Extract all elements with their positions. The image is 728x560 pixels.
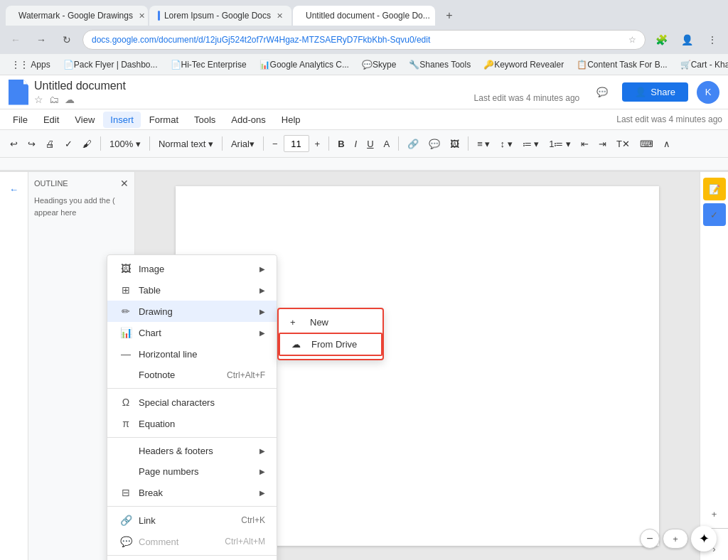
paintformat-button[interactable]: 🖌 bbox=[78, 136, 96, 152]
menu-button[interactable]: ⋮ bbox=[702, 30, 722, 50]
add-sidebar-button[interactable]: + bbox=[703, 502, 726, 525]
back-button[interactable]: ← bbox=[6, 30, 26, 50]
input-tools-button[interactable]: ⌨ bbox=[636, 136, 658, 152]
footnote-shortcut: Ctrl+Alt+F bbox=[227, 370, 265, 380]
redo-button[interactable]: ↪ bbox=[23, 136, 40, 152]
table-menu-icon: ⊞ bbox=[119, 284, 133, 296]
bookmark-content[interactable]: 📋 Content Task For B... bbox=[571, 58, 673, 71]
bookmark-apps[interactable]: ⋮⋮ Apps bbox=[6, 58, 56, 71]
menu-format[interactable]: Format bbox=[142, 112, 186, 128]
image-menu-icon: 🖼 bbox=[119, 263, 133, 274]
outline-text: Headings you add the ( appear here bbox=[34, 195, 129, 218]
bold-button[interactable]: B bbox=[333, 136, 348, 152]
menu-chart-item[interactable]: 📊 Chart bbox=[107, 322, 277, 343]
cloud-save-icon[interactable]: ☁ bbox=[65, 94, 75, 105]
menu-help[interactable]: Help bbox=[274, 112, 308, 128]
zoom-dropdown[interactable]: 100% ▾ bbox=[105, 136, 145, 152]
clear-format-button[interactable]: T✕ bbox=[612, 136, 634, 152]
explore-button[interactable]: ✦ bbox=[691, 526, 717, 551]
drawing-new-item[interactable]: + New bbox=[279, 312, 382, 333]
indent-increase[interactable]: ⇥ bbox=[594, 136, 611, 152]
forward-button[interactable]: → bbox=[31, 30, 51, 50]
tasks-button[interactable]: ✓ bbox=[703, 203, 726, 226]
comments-button[interactable]: 💬 bbox=[591, 81, 614, 104]
bookmark-star-icon[interactable]: ☆ bbox=[628, 35, 636, 45]
menu-equation-item[interactable]: π Equation bbox=[107, 413, 277, 434]
share-button[interactable]: 👤 Share bbox=[622, 82, 688, 102]
zoom-minus-button[interactable]: − bbox=[640, 529, 660, 549]
menu-tools[interactable]: Tools bbox=[187, 112, 223, 128]
font-size-increase[interactable]: + bbox=[311, 136, 325, 152]
outline-toggle[interactable]: ← bbox=[3, 178, 26, 200]
link-menu-label: Link bbox=[139, 515, 156, 526]
menu-image-item[interactable]: 🖼 Image bbox=[107, 258, 277, 279]
bookmark-cart[interactable]: 🛒 Cart - Khalid Farhan bbox=[675, 58, 728, 71]
tab-2[interactable]: Lorem Ipsum - Google Docs ✕ bbox=[149, 6, 291, 26]
new-tab-button[interactable]: + bbox=[439, 6, 459, 26]
menu-headers-footers-item[interactable]: Headers & footers bbox=[107, 441, 277, 461]
insert-menu: 🖼 Image ⊞ Table ✏ Drawing 📊 Chart bbox=[107, 254, 277, 560]
move-to-drive-icon[interactable]: 🗂 bbox=[49, 94, 59, 105]
spellcheck-button[interactable]: ✓ bbox=[60, 136, 77, 152]
outline-close-button[interactable]: ✕ bbox=[120, 178, 129, 189]
bookmark-keyword[interactable]: 🔑 Keyword Revealer bbox=[478, 58, 569, 71]
font-name-dropdown[interactable]: Arial ▾ bbox=[227, 136, 259, 152]
profile-button[interactable]: 👤 bbox=[677, 30, 697, 50]
menu-insert[interactable]: Insert bbox=[103, 112, 141, 128]
keep-button[interactable]: 📝 bbox=[703, 178, 726, 200]
menu-hline-item[interactable]: — Horizontal line bbox=[107, 343, 277, 365]
indent-decrease[interactable]: ⇤ bbox=[577, 136, 593, 152]
bookmark-pack-flyer[interactable]: 📄 Pack Flyer | Dashbo... bbox=[58, 58, 164, 71]
toolbar-divider-5 bbox=[328, 136, 329, 151]
bookmark-shanes[interactable]: 🔧 Shanes Tools bbox=[403, 58, 476, 71]
reload-button[interactable]: ↻ bbox=[57, 30, 77, 50]
image-button[interactable]: 🖼 bbox=[446, 136, 464, 152]
link-button[interactable]: 🔗 bbox=[403, 136, 423, 152]
main-content: ← OUTLINE ✕ Headings you add the ( appea… bbox=[0, 172, 728, 560]
font-size-decrease[interactable]: − bbox=[268, 136, 282, 152]
explore-icon[interactable]: ✦ bbox=[691, 526, 717, 551]
menu-break-item[interactable]: ⊟ Break bbox=[107, 482, 277, 503]
tab2-close[interactable]: ✕ bbox=[277, 11, 283, 21]
url-bar[interactable]: docs.google.com/document/d/12juGj524t2of… bbox=[82, 30, 646, 50]
underline-button[interactable]: U bbox=[363, 136, 378, 152]
user-avatar[interactable]: K bbox=[697, 81, 719, 104]
list-button[interactable]: ≔ ▾ bbox=[518, 136, 544, 152]
extensions-button[interactable]: 🧩 bbox=[651, 30, 671, 50]
menu-page-numbers-item[interactable]: Page numbers bbox=[107, 461, 277, 482]
menu-table-item[interactable]: ⊞ Table bbox=[107, 279, 277, 301]
menu-footnote-item[interactable]: Footnote Ctrl+Alt+F bbox=[107, 365, 277, 385]
tab-1[interactable]: Watermark - Google Drawings ✕ bbox=[6, 6, 148, 26]
tab1-close[interactable]: ✕ bbox=[139, 11, 145, 21]
tab-3[interactable]: Untitled document - Google Do... ✕ bbox=[293, 6, 435, 26]
undo-button[interactable]: ↩ bbox=[6, 136, 22, 152]
menu-addons[interactable]: Add-ons bbox=[224, 112, 272, 128]
text-color-button[interactable]: A bbox=[380, 136, 395, 152]
zoom-plus-button[interactable]: + bbox=[663, 529, 688, 549]
chevron-up-button[interactable]: ∧ bbox=[659, 136, 675, 152]
toolbar-divider-7 bbox=[468, 136, 469, 151]
menu-drawing-item[interactable]: ✏ Drawing bbox=[107, 301, 277, 322]
italic-button[interactable]: I bbox=[350, 136, 362, 152]
line-spacing-button[interactable]: ↕ ▾ bbox=[496, 136, 516, 152]
align-button[interactable]: ≡ ▾ bbox=[473, 136, 494, 152]
font-size-input[interactable] bbox=[284, 135, 309, 152]
styles-dropdown[interactable]: Normal text ▾ bbox=[154, 136, 218, 152]
comment-button[interactable]: 💬 bbox=[424, 136, 444, 152]
menu-edit[interactable]: Edit bbox=[36, 112, 66, 128]
numbered-list-button[interactable]: 1≔ ▾ bbox=[545, 136, 575, 152]
drawing-from-drive-item[interactable]: ☁ From Drive bbox=[279, 333, 382, 356]
menu-special-chars-item[interactable]: Ω Special characters bbox=[107, 392, 277, 413]
print-button[interactable]: 🖨 bbox=[41, 136, 59, 152]
menu-view[interactable]: View bbox=[68, 112, 102, 128]
star-icon[interactable]: ☆ bbox=[34, 94, 43, 105]
menu-link-item[interactable]: 🔗 Link Ctrl+K bbox=[107, 510, 277, 531]
outline-title: OUTLINE bbox=[34, 179, 68, 188]
image-menu-label: Image bbox=[139, 264, 164, 274]
bookmark-hitec[interactable]: 📄 Hi-Tec Enterprise bbox=[165, 58, 252, 71]
bookmark-analytics[interactable]: 📊 Google Analytics C... bbox=[254, 58, 355, 71]
menu-file[interactable]: File bbox=[6, 112, 35, 128]
doc-title[interactable]: Untitled document bbox=[34, 80, 474, 92]
bookmark-skype[interactable]: 💬 Skype bbox=[356, 58, 402, 71]
menu-comment-item: 💬 Comment Ctrl+Alt+M bbox=[107, 531, 277, 552]
